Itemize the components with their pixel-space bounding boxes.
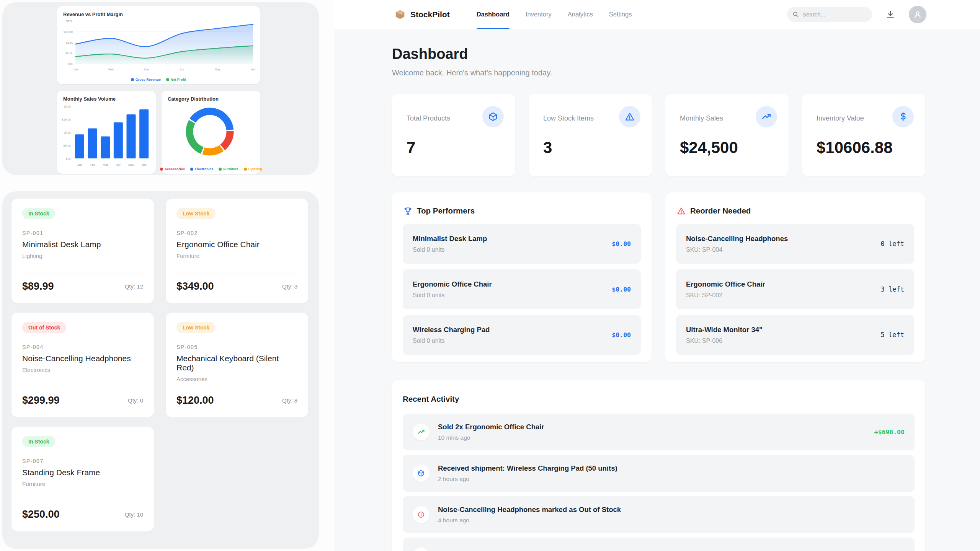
stat-value: $10606.88 bbox=[817, 139, 911, 157]
reorder-name: Noise-Cancelling Headphones bbox=[686, 235, 788, 243]
product-card-sp-004[interactable]: Out of Stock SP-004 Noise-Cancelling Hea… bbox=[11, 313, 154, 417]
tab-inventory[interactable]: Inventory bbox=[526, 0, 552, 29]
gross-revenue-dot-icon bbox=[131, 78, 134, 81]
product-price: $299.99 bbox=[22, 395, 60, 406]
legend-gross-revenue: Gross Revenue bbox=[131, 78, 161, 82]
page-title: Dashboard bbox=[392, 46, 925, 62]
trending-up-icon bbox=[756, 106, 777, 127]
divider bbox=[176, 388, 297, 388]
svg-text:Apr: Apr bbox=[116, 163, 121, 166]
product-category: Furniture bbox=[176, 253, 297, 259]
performer-name: Wireless Charging Pad bbox=[413, 326, 490, 334]
product-category: Accessories bbox=[176, 376, 297, 382]
activity-text: Received shipment: Wireless Charging Pad… bbox=[438, 464, 617, 473]
download-icon[interactable] bbox=[886, 10, 895, 19]
svg-text:$0k: $0k bbox=[66, 157, 71, 160]
performer-value: $0.00 bbox=[612, 240, 631, 248]
reorder-left: 5 left bbox=[881, 331, 904, 339]
svg-text:Mar: Mar bbox=[144, 68, 149, 71]
furniture-dot-icon bbox=[219, 168, 222, 171]
revenue-chart-title: Revenue vs Profit Margin bbox=[57, 6, 260, 17]
product-name: Ergonomic Office Chair bbox=[176, 240, 297, 249]
performer-value: $0.00 bbox=[612, 286, 631, 293]
svg-text:Jun: Jun bbox=[142, 163, 147, 166]
product-category: Lighting bbox=[22, 253, 143, 259]
activity-row: Received shipment: Wireless Charging Pad… bbox=[403, 455, 915, 492]
status-badge: Out of Stock bbox=[22, 322, 66, 333]
product-card-sp-005[interactable]: Low Stock SP-005 Mechanical Keyboard (Si… bbox=[166, 313, 308, 417]
stat-value: 7 bbox=[407, 139, 501, 157]
product-card-sp-007[interactable]: In Stock SP-007 Standing Desk Frame Furn… bbox=[11, 427, 154, 531]
svg-text:May: May bbox=[128, 163, 134, 166]
svg-text:Mar: Mar bbox=[103, 163, 108, 166]
activity-row: Sold 2x Ergonomic Office Chair 10 mins a… bbox=[403, 414, 915, 450]
product-card-sp-002[interactable]: Low Stock SP-002 Ergonomic Office Chair … bbox=[166, 199, 308, 303]
svg-text:Jan: Jan bbox=[77, 163, 82, 166]
products-panel: In Stock SP-001 Minimalist Desk Lamp Lig… bbox=[2, 191, 319, 549]
activity-time: 2 hours ago bbox=[438, 476, 617, 483]
top-nav: StockPilot Dashboard Inventory Analytics… bbox=[334, 0, 980, 29]
brand: StockPilot bbox=[394, 9, 450, 20]
alert-triangle-icon bbox=[677, 207, 686, 215]
performer-sold: Sold 0 units bbox=[413, 246, 487, 253]
reorder-sku: SKU: SP-006 bbox=[686, 337, 763, 344]
activity-time: 4 hours ago bbox=[438, 517, 621, 524]
reorder-name: Ergonomic Office Chair bbox=[686, 280, 765, 289]
product-name: Noise-Cancelling Headphones bbox=[22, 354, 143, 363]
search-box[interactable] bbox=[787, 7, 872, 22]
product-qty: Qty: 0 bbox=[128, 397, 143, 404]
svg-text:$26k: $26k bbox=[64, 105, 71, 108]
dollar-icon bbox=[892, 106, 914, 127]
legend-electronics: Electronics bbox=[190, 167, 214, 171]
svg-text:$26k: $26k bbox=[66, 20, 73, 23]
product-name: Minimalist Desk Lamp bbox=[22, 240, 143, 249]
product-card-sp-001[interactable]: In Stock SP-001 Minimalist Desk Lamp Lig… bbox=[11, 199, 154, 303]
divider bbox=[22, 388, 143, 388]
divider bbox=[22, 274, 143, 274]
cube-icon bbox=[482, 106, 504, 127]
product-sku: SP-007 bbox=[22, 458, 143, 464]
status-badge: In Stock bbox=[22, 208, 55, 219]
revenue-profit-area-chart: $0k$6.5k$13k$19.5k$26kJanFebMarAprMayJun bbox=[57, 17, 260, 74]
tab-settings[interactable]: Settings bbox=[609, 0, 632, 29]
product-qty: Qty: 10 bbox=[125, 511, 143, 518]
user-icon bbox=[913, 10, 922, 19]
activity-time: 10 mins ago bbox=[438, 434, 544, 441]
nav-tabs: Dashboard Inventory Analytics Settings bbox=[477, 0, 632, 29]
reorder-row: Ultra-Wide Monitor 34" SKU: SP-006 5 lef… bbox=[676, 315, 914, 355]
bars-chart-title: Monthly Sales Volume bbox=[57, 91, 156, 102]
alert-circle-icon bbox=[413, 506, 430, 523]
status-badge: Low Stock bbox=[176, 208, 216, 219]
svg-text:Jun: Jun bbox=[251, 68, 256, 71]
svg-text:Feb: Feb bbox=[108, 68, 114, 71]
tab-analytics[interactable]: Analytics bbox=[568, 0, 593, 29]
top-performers-panel: Top Performers Minimalist Desk Lamp Sold… bbox=[392, 192, 652, 362]
reorder-sku: SKU: SP-002 bbox=[686, 292, 765, 299]
status-badge: Low Stock bbox=[176, 322, 216, 333]
left-column: Revenue vs Profit Margin $0k$6.5k$13k$19… bbox=[0, 0, 322, 551]
product-qty: Qty: 3 bbox=[282, 283, 297, 290]
reorder-row: Noise-Cancelling Headphones SKU: SP-004 … bbox=[676, 224, 914, 264]
electronics-dot-icon bbox=[190, 168, 193, 171]
product-sku: SP-001 bbox=[22, 230, 143, 236]
trending-up-icon bbox=[413, 424, 430, 440]
product-price: $89.99 bbox=[22, 280, 54, 292]
donut-chart-title: Category Distribution bbox=[162, 91, 260, 102]
stat-value: $24,500 bbox=[680, 139, 774, 157]
reorder-left: 0 left bbox=[881, 240, 904, 248]
svg-text:$19.5k: $19.5k bbox=[64, 30, 73, 34]
panel-title: Top Performers bbox=[417, 206, 475, 215]
search-input[interactable] bbox=[802, 11, 864, 18]
performer-name: Minimalist Desk Lamp bbox=[413, 235, 487, 243]
charts-panel: Revenue vs Profit Margin $0k$6.5k$13k$19… bbox=[2, 2, 319, 175]
avatar[interactable] bbox=[909, 6, 926, 23]
tab-dashboard[interactable]: Dashboard bbox=[477, 0, 510, 29]
stat-inventory-value: Inventory Value $10606.88 bbox=[802, 94, 925, 176]
main-content: Dashboard Welcome back. Here's what's ha… bbox=[334, 29, 980, 551]
performer-name: Ergonomic Office Chair bbox=[413, 280, 492, 289]
page-subtitle: Welcome back. Here's what's happening to… bbox=[392, 68, 925, 77]
divider bbox=[22, 502, 143, 502]
legend-furniture: Furniture bbox=[219, 167, 238, 171]
net-profit-dot-icon bbox=[166, 78, 169, 81]
reorder-needed-panel: Reorder Needed Noise-Cancelling Headphon… bbox=[665, 192, 925, 362]
